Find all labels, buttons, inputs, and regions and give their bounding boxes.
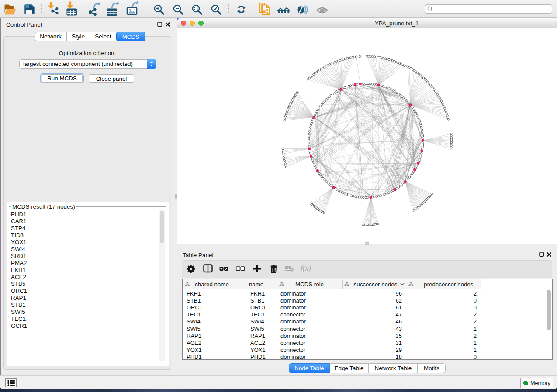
svg-text:f(x): f(x) [301, 264, 311, 272]
